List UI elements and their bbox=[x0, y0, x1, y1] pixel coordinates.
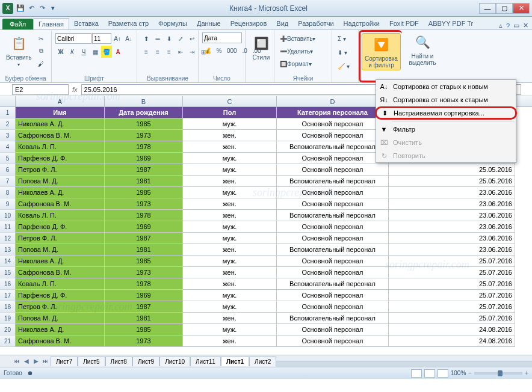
cell[interactable]: жен. bbox=[183, 141, 277, 153]
row-header[interactable]: 2 bbox=[0, 118, 16, 130]
wrap-text-icon[interactable]: ↩ bbox=[187, 32, 197, 44]
cell[interactable]: 1973 bbox=[105, 267, 183, 278]
doc-close-icon[interactable]: ✕ bbox=[523, 22, 528, 29]
italic-button[interactable]: К bbox=[67, 46, 78, 58]
save-icon[interactable]: 💾 bbox=[16, 4, 25, 13]
cell[interactable]: 25.05.2016 bbox=[389, 176, 515, 187]
row-header[interactable]: 17 bbox=[0, 290, 16, 301]
cell[interactable]: 1978 bbox=[105, 141, 183, 153]
col-header-b[interactable]: B bbox=[105, 96, 183, 106]
ribbon-tab-надстройки[interactable]: Надстройки bbox=[339, 18, 385, 29]
file-tab[interactable]: Файл bbox=[2, 19, 33, 29]
copy-icon[interactable]: ⧉ bbox=[36, 45, 46, 57]
row-header[interactable]: 18 bbox=[0, 301, 16, 313]
cell[interactable]: жен. bbox=[183, 176, 277, 187]
ribbon-tab-рецензиров[interactable]: Рецензиров bbox=[226, 18, 272, 29]
cell[interactable]: жен. bbox=[183, 278, 277, 290]
col-header-c[interactable]: C bbox=[183, 96, 277, 106]
sheet-tab[interactable]: Лист1 bbox=[221, 357, 249, 366]
sheet-tab[interactable]: Лист7 bbox=[51, 357, 78, 366]
zoom-out-button[interactable]: − bbox=[468, 370, 472, 376]
shrink-font-icon[interactable]: A↓ bbox=[123, 32, 134, 44]
format-cells-button[interactable]: 🔲 Формат ▾ bbox=[278, 58, 332, 70]
cell[interactable]: Вспомогательный персонал bbox=[277, 278, 389, 290]
row-header[interactable]: 7 bbox=[0, 176, 16, 187]
underline-button[interactable]: Ч bbox=[78, 46, 89, 58]
row-header[interactable]: 6 bbox=[0, 164, 16, 176]
ribbon-tab-главная[interactable]: Главная bbox=[33, 18, 69, 29]
table-header-cell[interactable]: Имя bbox=[16, 107, 105, 118]
cell[interactable]: Сафронова В. М. bbox=[16, 335, 105, 347]
cell[interactable]: муж. bbox=[183, 118, 277, 130]
sheet-tab[interactable]: Лист10 bbox=[159, 357, 190, 366]
tab-nav-next-icon[interactable]: ▶ bbox=[31, 357, 41, 366]
orientation-icon[interactable]: ⤢ bbox=[175, 32, 186, 44]
cell[interactable]: 24.08.2016 bbox=[389, 324, 515, 335]
autosum-icon[interactable]: Σ ▾ bbox=[336, 32, 348, 44]
sort-oldest-newest-item[interactable]: A↓ Сортировка от старых к новым bbox=[376, 80, 516, 93]
row-header[interactable]: 8 bbox=[0, 187, 16, 198]
sheet-tab[interactable]: Лист11 bbox=[190, 357, 221, 366]
minimize-button[interactable]: — bbox=[479, 3, 496, 14]
ribbon-tab-foxit pdf[interactable]: Foxit PDF bbox=[385, 18, 424, 29]
cell[interactable]: жен. bbox=[183, 198, 277, 210]
cell[interactable]: 1985 bbox=[105, 187, 183, 198]
cell[interactable]: 1969 bbox=[105, 153, 183, 164]
cell[interactable]: Вспомогательный персонал bbox=[277, 313, 389, 324]
cell[interactable]: Основной персонал bbox=[277, 221, 389, 233]
cell[interactable]: 25.07.2016 bbox=[389, 301, 515, 313]
row-header[interactable]: 14 bbox=[0, 256, 16, 267]
align-bottom-icon[interactable]: ⬇ bbox=[164, 32, 175, 44]
filter-item[interactable]: ▼ Фильтр bbox=[376, 123, 516, 136]
cell[interactable]: Сафронова В. М. bbox=[16, 198, 105, 210]
cell[interactable]: 1978 bbox=[105, 210, 183, 221]
cell[interactable]: 1987 bbox=[105, 233, 183, 244]
macro-record-icon[interactable]: ⏺ bbox=[27, 370, 33, 376]
col-header-a[interactable]: A bbox=[16, 96, 105, 106]
cell[interactable]: Основной персонал bbox=[277, 267, 389, 278]
row-header[interactable]: 1 bbox=[0, 107, 16, 118]
cell[interactable]: жен. bbox=[183, 335, 277, 347]
cell[interactable]: 23.06.2016 bbox=[389, 210, 515, 221]
horizontal-scrollbar[interactable] bbox=[276, 361, 532, 367]
cell[interactable]: Основной персонал bbox=[277, 324, 389, 335]
view-layout-icon[interactable] bbox=[424, 369, 435, 378]
indent-inc-icon[interactable]: ⇥ bbox=[187, 46, 197, 58]
cell[interactable]: Основной персонал bbox=[277, 187, 389, 198]
indent-dec-icon[interactable]: ⇤ bbox=[175, 46, 186, 58]
tab-nav-prev-icon[interactable]: ◀ bbox=[22, 357, 31, 366]
row-header[interactable]: 11 bbox=[0, 221, 16, 233]
table-header-cell[interactable]: Категория персонала bbox=[277, 107, 389, 118]
name-box[interactable] bbox=[12, 84, 69, 95]
cell[interactable]: Вспомогательный персонал bbox=[277, 141, 389, 153]
ribbon-tab-разметка стр[interactable]: Разметка стр bbox=[104, 18, 153, 29]
cell[interactable]: Попова М. Д. bbox=[16, 244, 105, 256]
view-normal-icon[interactable] bbox=[411, 369, 422, 378]
zoom-in-button[interactable]: + bbox=[525, 370, 528, 376]
cell[interactable]: Вспомогательный персонал bbox=[277, 176, 389, 187]
cell[interactable]: 25.07.2016 bbox=[389, 313, 515, 324]
number-format-select[interactable] bbox=[202, 32, 242, 43]
cell[interactable]: муж. bbox=[183, 153, 277, 164]
format-painter-icon[interactable]: 🖌 bbox=[36, 58, 46, 70]
cell[interactable]: Сафронова В. М. bbox=[16, 130, 105, 141]
cell[interactable]: Коваль Л. П. bbox=[16, 278, 105, 290]
align-top-icon[interactable]: ⬆ bbox=[141, 32, 152, 44]
row-header[interactable]: 5 bbox=[0, 153, 16, 164]
font-color-icon[interactable]: A bbox=[113, 46, 123, 58]
cell[interactable]: Петров Ф. Л. bbox=[16, 233, 105, 244]
cell[interactable]: Николаев А. Д. bbox=[16, 118, 105, 130]
cell[interactable]: 1985 bbox=[105, 256, 183, 267]
cell[interactable]: жен. bbox=[183, 130, 277, 141]
styles-button[interactable]: 🔲 Стили bbox=[249, 32, 273, 62]
cell[interactable]: Сафронова В. М. bbox=[16, 267, 105, 278]
row-header[interactable]: 19 bbox=[0, 313, 16, 324]
tab-nav-last-icon[interactable]: ⏭ bbox=[41, 357, 51, 366]
ribbon-minimize-icon[interactable]: ▵ bbox=[499, 22, 503, 29]
cell[interactable]: муж. bbox=[183, 256, 277, 267]
redo-icon[interactable]: ↷ bbox=[37, 4, 47, 13]
cell[interactable]: 1987 bbox=[105, 301, 183, 313]
cell[interactable]: Вспомогательный персонал bbox=[277, 244, 389, 256]
cell[interactable]: 25.07.2016 bbox=[389, 267, 515, 278]
window-options-icon[interactable]: ▭ bbox=[513, 22, 519, 29]
